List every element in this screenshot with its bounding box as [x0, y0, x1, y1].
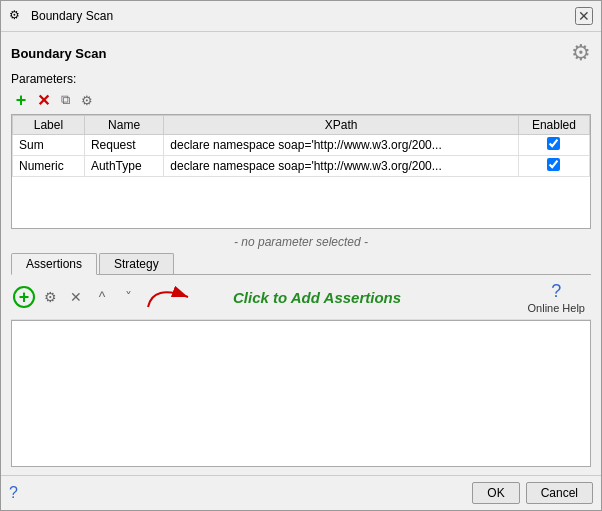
- section-header: Boundary Scan ⚙: [11, 40, 591, 66]
- tabs-container: Assertions Strategy + ⚙ ✕ ^ ˅: [11, 253, 591, 467]
- window-icon: ⚙: [9, 8, 25, 24]
- ok-button[interactable]: OK: [472, 482, 519, 504]
- col-xpath: XPath: [164, 116, 519, 135]
- cell-name: Request: [84, 135, 163, 156]
- params-toolbar: + ✕ ⧉ ⚙: [11, 90, 591, 110]
- add-assertion-button[interactable]: +: [13, 286, 35, 308]
- col-name: Name: [84, 116, 163, 135]
- click-to-add-text: Click to Add Assertions: [233, 289, 401, 306]
- tab-strategy[interactable]: Strategy: [99, 253, 174, 274]
- cell-xpath: declare namespace soap='http://www.w3.or…: [164, 156, 519, 177]
- close-button[interactable]: ✕: [575, 7, 593, 25]
- col-label: Label: [13, 116, 85, 135]
- online-help-area: ? Online Help: [528, 281, 585, 314]
- footer-help-icon[interactable]: ?: [9, 484, 18, 502]
- cell-label: Sum: [13, 135, 85, 156]
- col-enabled: Enabled: [518, 116, 589, 135]
- table-header-row: Label Name XPath Enabled: [13, 116, 590, 135]
- cell-xpath: declare namespace soap='http://www.w3.or…: [164, 135, 519, 156]
- table-row[interactable]: Numeric AuthType declare namespace soap=…: [13, 156, 590, 177]
- assertions-toolbar: + ⚙ ✕ ^ ˅ Click to Add Assertio: [11, 275, 591, 320]
- assertion-up-button[interactable]: ^: [91, 286, 113, 308]
- section-title: Boundary Scan: [11, 46, 106, 61]
- params-label: Parameters:: [11, 72, 591, 86]
- click-to-add-area: Click to Add Assertions: [143, 279, 524, 315]
- cell-enabled[interactable]: [518, 135, 589, 156]
- footer: ? OK Cancel: [1, 475, 601, 510]
- settings-icon[interactable]: ⚙: [571, 40, 591, 66]
- enabled-checkbox[interactable]: [547, 158, 560, 171]
- arrow-icon: [143, 279, 233, 315]
- assertion-down-button[interactable]: ˅: [117, 286, 139, 308]
- cancel-button[interactable]: Cancel: [526, 482, 593, 504]
- cell-enabled[interactable]: [518, 156, 589, 177]
- assertions-content: [11, 320, 591, 467]
- tab-assertions[interactable]: Assertions: [11, 253, 97, 275]
- copy-param-button[interactable]: ⧉: [55, 90, 75, 110]
- enabled-checkbox[interactable]: [547, 137, 560, 150]
- online-help-icon[interactable]: ?: [551, 281, 561, 302]
- add-param-button[interactable]: +: [11, 90, 31, 110]
- params-table-container: Label Name XPath Enabled Sum Request dec…: [11, 114, 591, 229]
- assertion-close-button[interactable]: ✕: [65, 286, 87, 308]
- assertion-gear-button[interactable]: ⚙: [39, 286, 61, 308]
- footer-buttons: OK Cancel: [472, 482, 593, 504]
- param-settings-button[interactable]: ⚙: [77, 90, 97, 110]
- main-window: ⚙ Boundary Scan ✕ Boundary Scan ⚙ Parame…: [0, 0, 602, 511]
- no-param-selected-text: - no parameter selected -: [11, 235, 591, 249]
- tab-row: Assertions Strategy: [11, 253, 591, 275]
- window-body: Boundary Scan ⚙ Parameters: + ✕ ⧉ ⚙ Labe…: [1, 32, 601, 475]
- cell-name: AuthType: [84, 156, 163, 177]
- title-bar-left: ⚙ Boundary Scan: [9, 8, 113, 24]
- remove-param-button[interactable]: ✕: [33, 90, 53, 110]
- params-table: Label Name XPath Enabled Sum Request dec…: [12, 115, 590, 177]
- cell-label: Numeric: [13, 156, 85, 177]
- online-help-label[interactable]: Online Help: [528, 302, 585, 314]
- title-bar-text: Boundary Scan: [31, 9, 113, 23]
- title-bar: ⚙ Boundary Scan ✕: [1, 1, 601, 32]
- table-row[interactable]: Sum Request declare namespace soap='http…: [13, 135, 590, 156]
